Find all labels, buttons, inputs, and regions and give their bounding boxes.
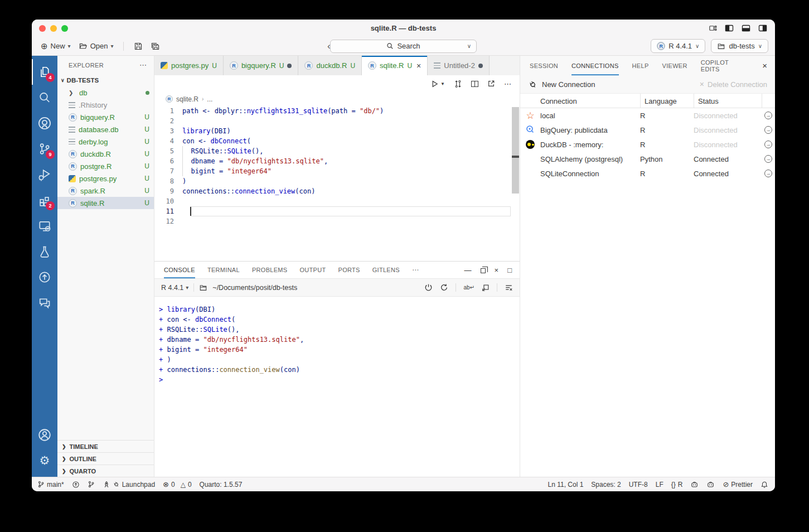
activity-search[interactable] (32, 85, 57, 110)
minimize-panel-icon[interactable]: — (464, 266, 472, 274)
cursor-position[interactable]: Ln 11, Col 1 (548, 481, 584, 489)
file-item[interactable]: postgres.pyU (57, 172, 154, 185)
connection-row[interactable]: ☆localRDisconnected→ (520, 108, 775, 123)
open-button[interactable]: Open ▾ (76, 40, 116, 52)
launchpad-button[interactable]: Launchpad (103, 481, 155, 489)
column-connection[interactable]: Connection (540, 94, 640, 108)
open-connection-arrow-icon[interactable]: → (764, 155, 772, 163)
maximize-panel-icon[interactable]: □ (507, 266, 512, 274)
console-interpreter-selector[interactable]: R 4.4.1 ▾ (161, 284, 188, 292)
panel-tab-output[interactable]: OUTPUT (299, 262, 326, 278)
delete-connection-button[interactable]: × Delete Connection (700, 80, 767, 89)
source-actions-icon[interactable] (454, 80, 462, 88)
open-connection-arrow-icon[interactable]: → (764, 112, 772, 119)
open-connection-arrow-icon[interactable]: → (764, 141, 772, 148)
close-right-panel-icon[interactable]: × (762, 61, 767, 70)
panel-tab-console[interactable]: CONSOLE (164, 262, 195, 278)
notifications-bell-icon[interactable] (760, 481, 768, 489)
connection-row[interactable]: BigQuery: publicdataRDisconnected→ (520, 123, 775, 137)
customize-layout-icon[interactable] (709, 24, 717, 32)
panel-tab-problems[interactable]: PROBLEMS (252, 262, 288, 278)
save-all-button[interactable] (148, 40, 162, 52)
toggle-bottom-panel-icon[interactable] (742, 24, 750, 32)
panel-tab-gitlens[interactable]: GITLENS (372, 262, 400, 278)
activity-extensions[interactable]: 2 (32, 187, 57, 213)
git-branch-indicator[interactable]: main* (37, 481, 64, 489)
copilot-icon[interactable] (690, 481, 699, 489)
activity-github[interactable] (32, 110, 57, 136)
file-item[interactable]: database.dbU (57, 123, 154, 136)
shutdown-console-icon[interactable] (424, 283, 433, 292)
column-language[interactable]: Language (640, 94, 694, 108)
activity-source-control[interactable]: 9 (32, 136, 57, 162)
more-actions-icon[interactable]: ⋯ (504, 80, 512, 88)
sidebar-section-timeline[interactable]: ❯TIMELINE (57, 440, 154, 452)
file-item[interactable]: Rduckdb.RU (57, 148, 154, 160)
right-tab-copilot-edits[interactable]: COPILOT EDITS (701, 56, 749, 75)
sidebar-section-quarto[interactable]: ❯QUARTO (57, 465, 154, 477)
run-file-button[interactable]: ▼ (430, 80, 445, 88)
problems-indicator[interactable]: ⊗ 0 △ 0 (163, 480, 192, 489)
interpreter-selector[interactable]: R R 4.4.1 ∨ (651, 39, 705, 53)
editor-tab-bigquery.r[interactable]: Rbigquery.RU (224, 56, 299, 75)
file-item[interactable]: Rsqlite.RU (57, 197, 154, 209)
open-in-new-window-icon[interactable] (487, 80, 495, 88)
quarto-version[interactable]: Quarto: 1.5.57 (200, 481, 243, 489)
editor-tab-duckdb.r[interactable]: Rduckdb.RU (298, 56, 362, 75)
account-icon[interactable] (32, 422, 57, 448)
file-item[interactable]: Rbigquery.RU (57, 111, 154, 123)
copilot-edits-icon[interactable] (706, 481, 715, 489)
editor-tab-sqlite.r[interactable]: Rsqlite.RU× (362, 56, 428, 75)
panel-tab-terminal[interactable]: TERMINAL (207, 262, 240, 278)
right-tab-connections[interactable]: CONNECTIONS (571, 56, 619, 75)
right-tab-session[interactable]: SESSION (530, 56, 558, 75)
file-item[interactable]: Rspark.RU (57, 185, 154, 197)
console-output[interactable]: > library(DBI)+ con <- dbConnect(+ RSQLi… (154, 297, 520, 477)
activity-remote-explorer[interactable] (32, 213, 57, 239)
file-item[interactable]: .Rhistory (57, 99, 154, 111)
activity-run-debug[interactable] (32, 162, 57, 187)
settings-gear-icon[interactable]: ⚙ (32, 448, 57, 473)
activity-testing[interactable] (32, 239, 57, 264)
right-tab-help[interactable]: HELP (632, 56, 649, 75)
workspace-selector[interactable]: db-tests ∨ (711, 39, 768, 53)
explorer-more-icon[interactable]: ⋯ (139, 61, 147, 69)
chevron-down-icon[interactable]: ∨ (467, 43, 471, 49)
restart-console-icon[interactable] (440, 283, 448, 292)
panel-tab-ports[interactable]: PORTS (338, 262, 360, 278)
file-item[interactable]: ❯db (57, 86, 154, 99)
close-tab-icon[interactable]: × (416, 61, 421, 70)
activity-publish[interactable] (32, 264, 57, 290)
editor-tab-postgres.py[interactable]: postgres.pyU (154, 56, 224, 75)
activity-explorer[interactable]: 4 (32, 59, 57, 85)
publish-changes-icon[interactable] (72, 481, 80, 489)
word-wrap-icon[interactable]: ab↵ (463, 284, 474, 291)
interpreter-sessions-icon[interactable] (88, 481, 95, 488)
editor-tab-untitled-2[interactable]: Untitled-2 (428, 56, 490, 75)
clear-console-icon[interactable] (505, 284, 513, 292)
restore-panel-icon[interactable] (481, 268, 486, 273)
breadcrumb[interactable]: R sqlite.R › ... (154, 92, 520, 106)
indentation-setting[interactable]: Spaces: 2 (591, 481, 621, 489)
connection-row[interactable]: SQLAlchemy (postgresql)PythonConnected→ (520, 152, 775, 166)
toggle-right-sidebar-icon[interactable] (758, 24, 767, 32)
move-console-icon[interactable] (482, 284, 490, 292)
file-item[interactable]: Rpostgre.RU (57, 160, 154, 172)
right-tab-viewer[interactable]: VIEWER (662, 56, 687, 75)
new-button[interactable]: ⊕ New ▾ (38, 40, 73, 53)
explorer-root-folder[interactable]: ∨ DB-TESTS (57, 74, 154, 86)
column-status[interactable]: Status (694, 94, 762, 108)
code-editor[interactable]: 1path <- dbplyr::nycflights131_sqlite(pa… (154, 106, 520, 261)
new-connection-button[interactable]: New Connection (542, 80, 595, 89)
encoding-setting[interactable]: UTF-8 (629, 481, 648, 489)
close-panel-icon[interactable]: × (495, 266, 499, 274)
eol-setting[interactable]: LF (656, 481, 663, 489)
prettier-indicator[interactable]: ⊘ Prettier (723, 480, 753, 489)
connection-row[interactable]: SQLiteConnectionRConnected→ (520, 166, 775, 181)
search-input[interactable]: Search ∨ (330, 40, 477, 53)
save-button[interactable] (132, 40, 145, 52)
file-item[interactable]: derby.logU (57, 136, 154, 148)
split-editor-icon[interactable] (471, 81, 478, 87)
connection-row[interactable]: DuckDB - :memory:RDisconnected→ (520, 137, 775, 152)
open-connection-arrow-icon[interactable]: → (764, 170, 772, 177)
